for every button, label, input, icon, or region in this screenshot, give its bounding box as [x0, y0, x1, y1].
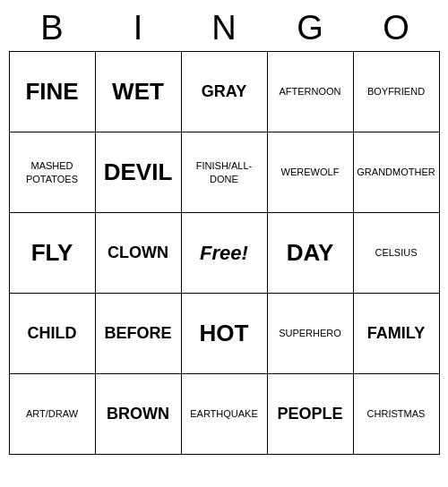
- cell-text: AFTERNOON: [279, 85, 340, 98]
- cell-0-0: FINE: [10, 52, 96, 132]
- cell-3-4: FAMILY: [354, 294, 440, 374]
- bingo-title: BINGO: [9, 9, 439, 47]
- cell-text: CHILD: [28, 325, 77, 343]
- cell-3-2: HOT: [182, 294, 268, 374]
- cell-text: DEVIL: [104, 159, 173, 185]
- cell-text: CHRISTMAS: [367, 407, 426, 420]
- cell-4-0: ART/DRAW: [10, 374, 96, 455]
- bingo-letter: B: [9, 9, 95, 47]
- cell-text: FAMILY: [367, 325, 425, 343]
- cell-text: GRANDMOTHER: [357, 166, 435, 178]
- cell-1-0: MASHED POTATOES: [10, 132, 96, 213]
- cell-text: ART/DRAW: [26, 407, 78, 420]
- cell-text: BOYFRIEND: [367, 85, 425, 98]
- cell-text: PEOPLE: [277, 406, 342, 423]
- bingo-letter: G: [267, 9, 353, 47]
- cell-text: MASHED POTATOES: [13, 159, 91, 185]
- cell-1-4: GRANDMOTHER: [354, 132, 440, 213]
- cell-text: HOT: [200, 320, 249, 346]
- cell-text: CLOWN: [108, 244, 168, 262]
- bingo-letter: N: [181, 9, 267, 47]
- cell-3-0: CHILD: [10, 294, 96, 374]
- cell-text: DAY: [287, 240, 334, 266]
- cell-text: EARTHQUAKE: [190, 407, 258, 420]
- cell-0-2: GRAY: [182, 52, 268, 132]
- cell-0-1: WET: [96, 52, 182, 132]
- cell-4-2: EARTHQUAKE: [182, 374, 268, 455]
- cell-4-4: CHRISTMAS: [354, 374, 440, 455]
- cell-2-1: CLOWN: [96, 213, 182, 294]
- cell-text: CELSIUS: [375, 246, 417, 259]
- cell-4-1: BROWN: [96, 374, 182, 455]
- cell-text: WET: [112, 79, 164, 105]
- cell-text: FLY: [31, 240, 73, 266]
- cell-3-3: SUPERHERO: [268, 294, 354, 374]
- cell-4-3: PEOPLE: [268, 374, 354, 455]
- cell-0-4: BOYFRIEND: [354, 52, 440, 132]
- cell-2-4: CELSIUS: [354, 213, 440, 294]
- cell-text: WEREWOLF: [281, 166, 340, 178]
- cell-2-2: Free!: [182, 213, 268, 294]
- cell-text: FINE: [25, 79, 78, 105]
- cell-2-0: FLY: [10, 213, 96, 294]
- cell-text: BEFORE: [104, 325, 171, 343]
- bingo-grid: FINEWETGRAYAFTERNOONBOYFRIENDMASHED POTA…: [9, 51, 440, 455]
- cell-3-1: BEFORE: [96, 294, 182, 374]
- cell-1-3: WEREWOLF: [268, 132, 354, 213]
- cell-1-1: DEVIL: [96, 132, 182, 213]
- cell-text: GRAY: [202, 83, 246, 101]
- cell-text: Free!: [200, 242, 248, 265]
- bingo-letter: I: [95, 9, 181, 47]
- cell-text: SUPERHERO: [279, 327, 341, 339]
- cell-0-3: AFTERNOON: [268, 52, 354, 132]
- bingo-letter: O: [353, 9, 439, 47]
- cell-1-2: FINISH/ALL-DONE: [182, 132, 268, 213]
- cell-text: FINISH/ALL-DONE: [185, 159, 263, 185]
- cell-2-3: DAY: [268, 213, 354, 294]
- cell-text: BROWN: [107, 406, 169, 423]
